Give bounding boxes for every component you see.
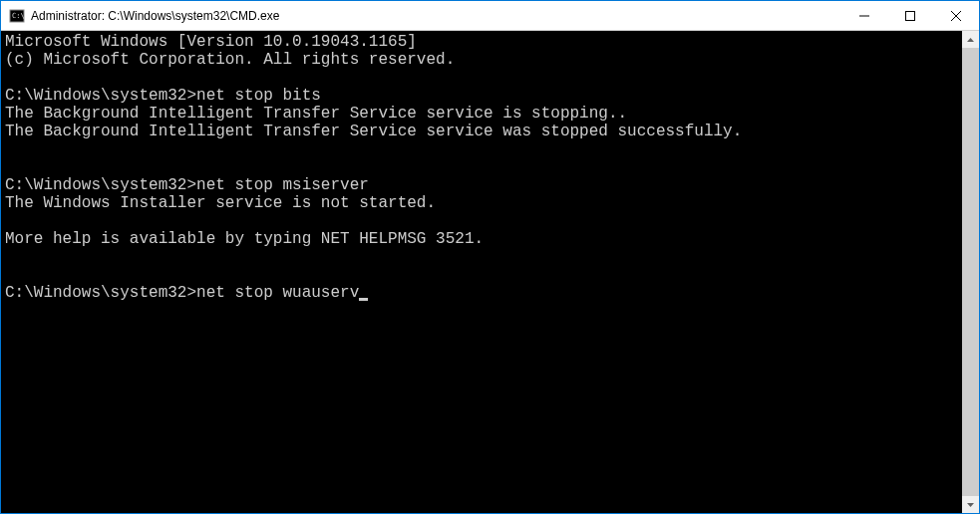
text-cursor (359, 298, 368, 301)
command-prompt: C:\Windows\system32> (5, 176, 196, 194)
cmd-icon: C:\ (9, 8, 25, 24)
command-prompt: C:\Windows\system32> (5, 284, 196, 302)
cmd-window: C:\ Administrator: C:\Windows\system32\C… (0, 0, 980, 514)
terminal-line: C:\Windows\system32>net stop msiserver (5, 176, 958, 194)
minimize-button[interactable] (841, 1, 887, 30)
maximize-button[interactable] (887, 1, 933, 30)
svg-text:C:\: C:\ (12, 12, 25, 20)
command-prompt: C:\Windows\system32> (5, 87, 196, 105)
scrollbar-thumb[interactable] (962, 48, 979, 496)
terminal-line: (c) Microsoft Corporation. All rights re… (5, 51, 958, 69)
close-button[interactable] (933, 1, 979, 30)
window-controls (841, 1, 979, 30)
terminal-line (5, 158, 958, 176)
terminal-line: The Windows Installer service is not sta… (5, 194, 958, 212)
window-title: Administrator: C:\Windows\system32\CMD.e… (31, 9, 841, 23)
terminal-line (5, 248, 958, 266)
vertical-scrollbar[interactable] (962, 31, 979, 513)
terminal-line: Microsoft Windows [Version 10.0.19043.11… (5, 33, 958, 51)
svg-marker-6 (967, 38, 974, 42)
command-text: net stop wuauserv (196, 284, 359, 302)
terminal-container: Microsoft Windows [Version 10.0.19043.11… (1, 31, 979, 513)
scrollbar-up-arrow[interactable] (962, 31, 979, 48)
svg-marker-7 (967, 503, 974, 507)
terminal-line: C:\Windows\system32>net stop wuauserv (5, 284, 958, 302)
terminal-line (5, 212, 958, 230)
command-text: net stop bits (196, 87, 321, 105)
titlebar[interactable]: C:\ Administrator: C:\Windows\system32\C… (1, 1, 979, 31)
svg-rect-3 (906, 11, 915, 20)
terminal-line (5, 140, 958, 158)
terminal-line: The Background Intelligent Transfer Serv… (5, 123, 958, 140)
terminal-output[interactable]: Microsoft Windows [Version 10.0.19043.11… (1, 31, 962, 513)
terminal-line: More help is available by typing NET HEL… (5, 230, 958, 248)
scrollbar-down-arrow[interactable] (962, 496, 979, 513)
scrollbar-track[interactable] (962, 48, 979, 496)
terminal-line: C:\Windows\system32>net stop bits (5, 87, 958, 105)
command-text: net stop msiserver (196, 176, 369, 194)
terminal-line (5, 69, 958, 87)
terminal-line (5, 266, 958, 284)
terminal-line: The Background Intelligent Transfer Serv… (5, 105, 958, 123)
